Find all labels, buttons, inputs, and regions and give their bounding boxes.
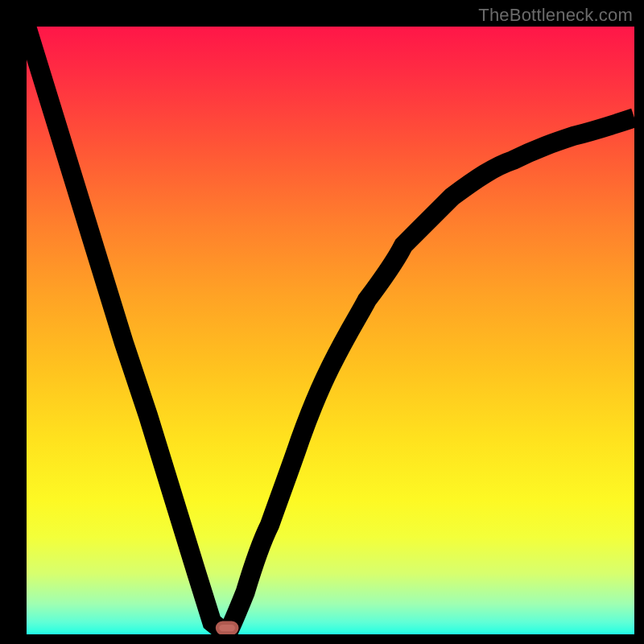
chart-frame: TheBottleneck.com [0, 0, 644, 644]
watermark-text: TheBottleneck.com [478, 5, 633, 26]
chart-svg [27, 27, 634, 634]
min-marker [217, 623, 237, 634]
plot-area [27, 27, 634, 634]
bottleneck-curve [27, 27, 634, 634]
